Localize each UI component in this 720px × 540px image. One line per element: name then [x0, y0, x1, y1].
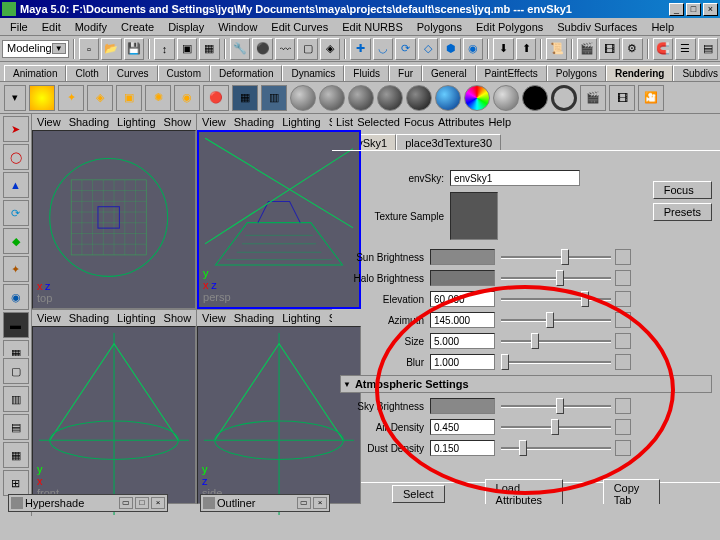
- shader-sphere-button[interactable]: [464, 85, 490, 111]
- elevation-field[interactable]: [430, 291, 495, 307]
- attr-menu-focus[interactable]: Focus: [404, 116, 434, 128]
- outliner-panel[interactable]: Outliner ▭ ×: [200, 494, 330, 512]
- halo-brightness-swatch[interactable]: [430, 270, 495, 286]
- vp-menu-view[interactable]: View: [199, 116, 229, 128]
- tab-curves[interactable]: Curves: [108, 65, 158, 81]
- tab-general[interactable]: General: [422, 65, 476, 81]
- tab-dynamics[interactable]: Dynamics: [282, 65, 344, 81]
- map-button-icon[interactable]: [615, 333, 631, 349]
- snap-plane-button[interactable]: ◇: [418, 38, 439, 60]
- blur-field[interactable]: [430, 354, 495, 370]
- vp-menu-lighting[interactable]: Lighting: [114, 116, 159, 128]
- vp-menu-show[interactable]: Show: [161, 116, 195, 128]
- mask-handles-button[interactable]: 🔧: [230, 38, 251, 60]
- sky-brightness-swatch[interactable]: [430, 398, 495, 414]
- map-button-icon[interactable]: [615, 249, 631, 265]
- restore-button[interactable]: ▭: [297, 497, 311, 509]
- menu-window[interactable]: Window: [212, 20, 263, 34]
- focus-button[interactable]: Focus: [653, 181, 712, 199]
- scale-tool[interactable]: ◆: [3, 228, 29, 254]
- menu-modify[interactable]: Modify: [69, 20, 113, 34]
- numeric-input-button[interactable]: ☰: [675, 38, 696, 60]
- map-button-icon[interactable]: [615, 291, 631, 307]
- vp-menu-lighting[interactable]: Lighting: [279, 116, 324, 128]
- atmospheric-settings-header[interactable]: Atmospheric Settings: [340, 375, 712, 393]
- maximize-button[interactable]: □: [686, 3, 701, 16]
- ambient-light-button[interactable]: ✺: [145, 85, 171, 111]
- menu-edit-nurbs[interactable]: Edit NURBS: [336, 20, 409, 34]
- tab-animation[interactable]: Animation: [4, 65, 66, 81]
- lambert-sphere-button[interactable]: [319, 85, 345, 111]
- viewport-front-view[interactable]: yxfront: [32, 326, 196, 505]
- copy-tab-button[interactable]: Copy Tab: [603, 479, 660, 505]
- mask-joints-button[interactable]: ⚫: [252, 38, 273, 60]
- menu-help[interactable]: Help: [645, 20, 680, 34]
- attr-menu-list[interactable]: List: [336, 116, 353, 128]
- sky-brightness-slider[interactable]: [501, 398, 611, 414]
- last-tool[interactable]: ◉: [3, 284, 29, 310]
- azimuth-slider[interactable]: [501, 312, 611, 328]
- air-density-slider[interactable]: [501, 419, 611, 435]
- tab-deformation[interactable]: Deformation: [210, 65, 282, 81]
- surface-sphere-button[interactable]: [493, 85, 519, 111]
- snap-point-button[interactable]: ⟳: [395, 38, 416, 60]
- menu-file[interactable]: File: [4, 20, 34, 34]
- menu-edit-polygons[interactable]: Edit Polygons: [470, 20, 549, 34]
- attr-menu-attributes[interactable]: Attributes: [438, 116, 484, 128]
- dust-density-slider[interactable]: [501, 440, 611, 456]
- save-scene-button[interactable]: 💾: [124, 38, 145, 60]
- tab-cloth[interactable]: Cloth: [66, 65, 107, 81]
- size-slider[interactable]: [501, 333, 611, 349]
- cancel-batch-button[interactable]: 🎦: [638, 85, 664, 111]
- spot-light-button[interactable]: ◈: [87, 85, 113, 111]
- mask-curve-button[interactable]: 〰: [275, 38, 296, 60]
- map-button-icon[interactable]: [615, 419, 631, 435]
- tab-fluids[interactable]: Fluids: [344, 65, 389, 81]
- anisotropic-sphere-button[interactable]: [406, 85, 432, 111]
- close-button[interactable]: ×: [151, 497, 165, 509]
- menu-display[interactable]: Display: [162, 20, 210, 34]
- select-by-component-button[interactable]: ▦: [199, 38, 220, 60]
- select-by-hierarchy-button[interactable]: ↕: [154, 38, 175, 60]
- assign-material-button[interactable]: 🔴: [203, 85, 229, 111]
- air-density-field[interactable]: [430, 419, 495, 435]
- volume-light-button[interactable]: ◉: [174, 85, 200, 111]
- ipr-button[interactable]: 🎞: [609, 85, 635, 111]
- vp-menu-view[interactable]: View: [34, 116, 64, 128]
- dust-density-field[interactable]: [430, 440, 495, 456]
- snap-grid-button[interactable]: ✚: [350, 38, 371, 60]
- presets-button[interactable]: Presets: [653, 203, 712, 221]
- azimuth-field[interactable]: [430, 312, 495, 328]
- snap-live-button[interactable]: ⬢: [440, 38, 461, 60]
- tab-painteffects[interactable]: PaintEffects: [476, 65, 547, 81]
- move-tool[interactable]: ▲: [3, 172, 29, 198]
- hypershade-panel[interactable]: Hypershade ▭ □ ×: [8, 494, 168, 512]
- sun-brightness-swatch[interactable]: [430, 249, 495, 265]
- area-light-button[interactable]: ▣: [116, 85, 142, 111]
- menu-edit-curves[interactable]: Edit Curves: [265, 20, 334, 34]
- map-button-icon[interactable]: [615, 354, 631, 370]
- render-globals-button[interactable]: ⚙: [622, 38, 643, 60]
- output-ops-button[interactable]: ⬆: [516, 38, 537, 60]
- close-button[interactable]: ×: [703, 3, 718, 16]
- phong-sphere-button[interactable]: [348, 85, 374, 111]
- load-attributes-button[interactable]: Load Attributes: [485, 479, 563, 505]
- attr-menu-selected[interactable]: Selected: [357, 116, 400, 128]
- map-button-icon[interactable]: [615, 312, 631, 328]
- texture-button[interactable]: ▦: [232, 85, 258, 111]
- tab-custom[interactable]: Custom: [158, 65, 210, 81]
- viewport-top-view[interactable]: x ztop: [32, 130, 196, 309]
- layout-3-button[interactable]: ▦: [3, 442, 29, 468]
- shelf-menu-button[interactable]: ▾: [4, 85, 26, 111]
- mask-surface-button[interactable]: ▢: [297, 38, 318, 60]
- layered-texture-button[interactable]: ▥: [261, 85, 287, 111]
- blur-slider[interactable]: [501, 354, 611, 370]
- make-live-button[interactable]: ◉: [463, 38, 484, 60]
- show-manip-tool[interactable]: ✦: [3, 256, 29, 282]
- input-ops-button[interactable]: ⬇: [493, 38, 514, 60]
- layout-4-button[interactable]: ⊞: [3, 470, 29, 496]
- layout-persp-button[interactable]: ▢: [3, 358, 29, 384]
- ring-shader-button[interactable]: [551, 85, 577, 111]
- phonge-sphere-button[interactable]: [377, 85, 403, 111]
- layout-2h-button[interactable]: ▤: [3, 414, 29, 440]
